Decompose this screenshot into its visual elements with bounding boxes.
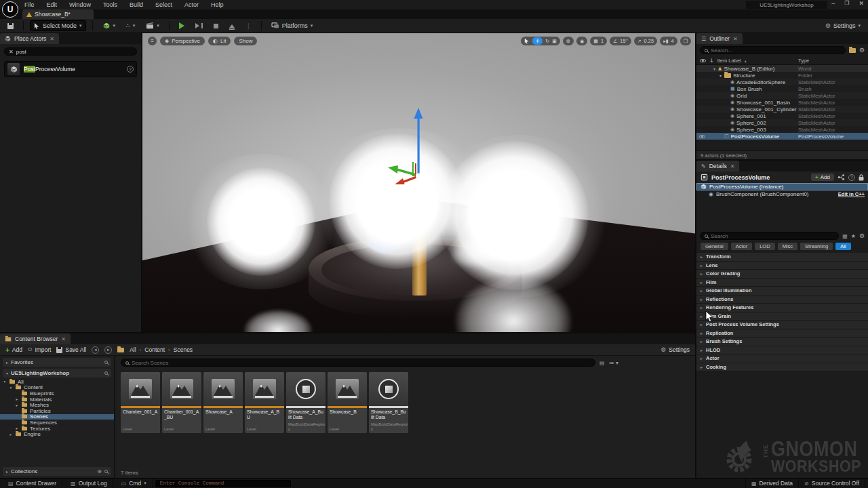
tree-expand-icon[interactable]: ▾ [3,380,7,384]
outliner-row-grid[interactable]: ◉GridStaticMeshActor [696,92,868,99]
outliner-row-showcase-001-cylinder[interactable]: ◉Showcase_001_CylinderStaticMeshActor [696,106,868,113]
back-button[interactable]: ◂ [92,346,99,354]
show-dropdown[interactable]: Show [234,37,257,45]
tree-folder-meshes[interactable]: ▸Meshes [0,402,114,408]
asset-chamber-001-a[interactable]: Chamber_001_ALevel [121,372,160,433]
surface-snap-toggle[interactable]: ◉ [576,37,587,45]
select-mode-dropdown[interactable]: Select Mode ▾ [30,20,86,31]
details-search[interactable] [700,232,839,240]
maximize-button[interactable]: ❐ [844,0,849,7]
outliner-row-sphere-003[interactable]: ◉Sphere_003StaticMeshActor [696,126,868,133]
breadcrumb-content[interactable]: Content [144,346,165,353]
platforms-dropdown[interactable]: Platforms▾ [268,21,317,30]
select-tool-icon[interactable] [524,38,530,44]
outliner-row-structure[interactable]: ▾StructureFolder [696,72,868,79]
asset-showcase-a[interactable]: Showcase_ALevel [203,372,243,433]
details-search-input[interactable] [711,233,834,239]
console-command-input[interactable] [160,481,286,486]
outliner-row-showcase-b-editor-[interactable]: ▾▲Showcase_B (Editor)World [696,65,868,72]
cb-save-all-button[interactable]: Save All [56,346,86,353]
source-control-button[interactable]: ⊘Source Control Off [799,479,865,488]
scale-tool-button[interactable]: ▣ [552,39,557,44]
outliner-row-showcase-001-basin[interactable]: ◉Showcase_001_BasinStaticMeshActor [696,99,868,106]
help-circle-icon[interactable]: ? [127,66,134,73]
collections-header[interactable]: ▸Collections ⊕ [3,467,111,476]
asset-search[interactable] [121,359,595,367]
place-actors-tab[interactable]: Place Actors ✕ [0,33,59,44]
menu-build[interactable]: Build [128,1,144,9]
visibility-column-icon[interactable] [700,59,706,62]
cb-settings-button[interactable]: ⚙Settings [660,346,690,353]
close-icon[interactable]: ✕ [730,163,735,169]
outliner-row-sphere-002[interactable]: ◉Sphere_002StaticMeshActor [696,119,868,126]
search-icon[interactable] [104,361,108,364]
content-drawer-button[interactable]: ▤Content Drawer [3,479,62,488]
breadcrumb-all[interactable]: All [130,346,136,353]
output-log-button[interactable]: ▥Output Log [65,479,113,488]
category-global-illumination[interactable]: ▸Global Illumination [696,287,868,296]
clear-search-icon[interactable]: ✕ [9,49,14,55]
play-button[interactable] [176,21,188,30]
derived-data-button[interactable]: ▦Derived Data [745,479,799,488]
filter-chip-actor[interactable]: Actor [731,243,753,250]
category-film-grain[interactable]: ▸Film Grain [696,312,868,321]
menu-actor[interactable]: Actor [183,1,200,9]
search-icon[interactable] [104,470,108,473]
save-level-button[interactable] [4,22,17,30]
place-actors-search-input[interactable] [16,49,132,55]
category-rendering-features[interactable]: ▸Rendering Features [696,304,868,312]
rotation-snap-control[interactable]: ∠15° [610,37,631,45]
visibility-eye-icon[interactable] [699,134,707,140]
tab-showcase-b[interactable]: Showcase_B* [22,9,94,19]
tree-expand-icon[interactable]: ▸ [15,426,19,430]
blueprints-button[interactable]: ∴▾ [123,21,138,30]
filter-chip-general[interactable]: General [701,243,728,250]
menu-window[interactable]: Window [68,1,92,9]
place-actors-search[interactable]: ✕ [4,47,137,56]
category-color-grading[interactable]: ▸Color Grading [696,270,868,279]
filter-chip-all[interactable]: All [835,243,850,250]
add-actor-button[interactable]: ▾ [99,21,119,31]
component-row-brush[interactable]: ◉ BrushComponent (BrushComponent0) Edit … [696,190,868,198]
help-icon[interactable]: ? [848,174,855,181]
tree-folder-engine[interactable]: ▸Engine [0,431,114,437]
editor-settings-dropdown[interactable]: ⚙ Settings▾ [822,21,864,30]
item-label-column[interactable]: Item Label [717,58,741,64]
forward-button[interactable]: ▸ [104,346,112,354]
category-actor[interactable]: ▸Actor [696,354,868,363]
outliner-row-box-brush[interactable]: ▦Box BrushBrush [696,85,868,92]
project-header[interactable]: ▾UE5LightingWorkshop [3,369,111,378]
translate-gizmo[interactable] [383,106,448,184]
cb-add-button[interactable]: +Add [5,346,22,354]
asset-search-input[interactable] [132,360,591,366]
skip-button[interactable] [192,22,206,30]
outliner-tab[interactable]: ☰ Outliner ✕ [696,33,743,44]
outliner-search-input[interactable] [711,47,841,54]
tree-expand-icon[interactable]: ▸ [15,403,19,407]
cinematics-button[interactable]: ▾ [142,21,163,30]
scale-snap-control[interactable]: ↗0.25 [634,37,657,45]
category-hlod[interactable]: ▸HLOD [696,346,868,355]
category-film[interactable]: ▸Film [696,279,868,287]
outliner-settings-icon[interactable]: ⚙ [859,47,865,54]
minimize-button[interactable]: – [831,0,835,7]
console-command-field[interactable] [155,480,291,487]
filter-chip-streaming[interactable]: Streaming [800,243,833,250]
level-viewport[interactable]: ≡ ◈Perspective ◐Lit Show + ↻ ▣ ⊕ ◉ ▦1 ∠1… [142,33,695,332]
lock-icon[interactable] [859,174,864,181]
blueprint-hierarchy-icon[interactable] [837,174,845,180]
camera-speed-control[interactable]: ▸▮4 [660,37,677,45]
category-transform[interactable]: ▸Transform [696,253,868,262]
menu-help[interactable]: Help [210,1,225,9]
add-component-button[interactable]: +Add [811,174,834,181]
tree-expand-icon[interactable]: ▸ [15,397,19,401]
category-reflections[interactable]: ▸Reflections [696,296,868,304]
tree-folder-materials[interactable]: ▸Materials [0,396,114,403]
stop-button[interactable] [210,22,222,30]
close-button[interactable]: ✕ [859,0,864,7]
details-tab[interactable]: ✎ Details ✕ [696,161,739,171]
tree-folder-scenes[interactable]: Scenes [0,414,114,420]
save-search-icon[interactable]: ▤ [599,360,605,366]
category-post-process-volume-settings[interactable]: ▸Post Process Volume Settings [696,321,868,329]
tree-folder-particles[interactable]: Particles [0,408,114,414]
